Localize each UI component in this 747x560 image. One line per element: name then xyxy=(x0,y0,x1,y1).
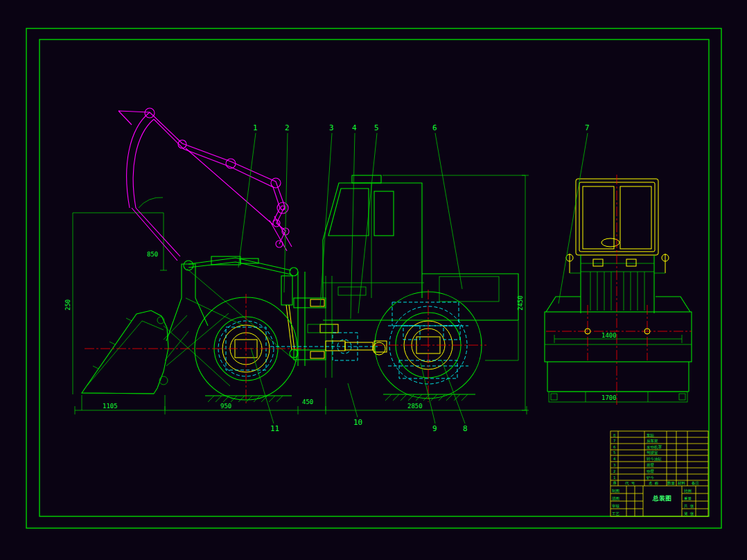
bom-name: 转斗油缸 xyxy=(647,457,662,462)
inner-border xyxy=(39,40,709,516)
bom-header-no: 序 xyxy=(613,481,617,486)
bom-name: 发动机罩 xyxy=(647,445,662,450)
bom-name: 后车架 xyxy=(647,439,658,444)
bom-name: 动臂 xyxy=(647,469,655,473)
dim-850: 850 xyxy=(147,251,158,258)
callout-9: 9 xyxy=(432,424,437,433)
bom-name: 车轮 xyxy=(647,433,655,438)
front-view: 1400 1700 xyxy=(545,175,692,405)
bom-no: 7 xyxy=(613,439,615,443)
dim-2850: 2850 xyxy=(407,403,423,410)
dim-1105: 1105 xyxy=(103,403,118,410)
cab-roof-box xyxy=(352,175,381,183)
label-scale: 比例 xyxy=(684,489,692,493)
bom-header-mat: 材料 xyxy=(677,481,686,486)
boom-linkage xyxy=(118,108,292,261)
bom-header-name: 名 称 xyxy=(649,481,659,485)
bom-rows: 8 7 6 5 4 3 2 1 车轮 后车架 发动机罩 驾驶室 转斗油缸 摇臂 … xyxy=(613,433,662,480)
title-block: 序 代 号 名 称 数量 材料 备注 8 7 6 5 4 3 2 1 车轮 后车… xyxy=(610,431,708,516)
label-check: 审核 xyxy=(612,504,620,508)
tilt-cylinder xyxy=(281,276,292,305)
callout-2: 2 xyxy=(285,123,290,132)
bom-header-qty: 数量 xyxy=(667,481,676,485)
label-trace: 描图 xyxy=(612,496,619,501)
drivetrain xyxy=(270,324,387,360)
loader-arm xyxy=(184,256,298,358)
dim-1400: 1400 xyxy=(601,332,617,339)
bom-no: 5 xyxy=(613,450,615,455)
rear-wheel xyxy=(373,290,486,402)
fv-machinery xyxy=(546,254,690,313)
bom-name: 摇臂 xyxy=(647,462,655,467)
front-chassis xyxy=(164,264,338,386)
bom-name: 驾驶室 xyxy=(647,450,658,455)
drawing-svg: 850 250 xyxy=(0,0,747,560)
windshield xyxy=(328,189,369,236)
bom-header-note: 备注 xyxy=(692,481,700,485)
callout-leaders xyxy=(238,133,588,423)
side-view: 850 250 xyxy=(64,108,529,414)
bom-no: 1 xyxy=(613,475,615,480)
front-wheel-centerlines xyxy=(85,294,308,403)
dim-950: 950 xyxy=(220,403,231,410)
callout-10: 10 xyxy=(353,418,362,427)
callout-5: 5 xyxy=(374,123,379,132)
label-sheet-no: 第 张 xyxy=(684,511,694,516)
label-weight: 重量 xyxy=(684,496,692,500)
bom-header-code: 代 号 xyxy=(624,481,635,485)
dim-250: 250 xyxy=(64,299,71,310)
callout-6: 6 xyxy=(432,123,437,132)
dimension-height: 2450 xyxy=(383,175,529,410)
cab xyxy=(323,175,424,298)
callout-4: 4 xyxy=(352,123,357,132)
bom-header: 序 代 号 名 称 数量 材料 备注 xyxy=(613,481,700,486)
bom-no: 8 xyxy=(613,433,615,437)
callout-3: 3 xyxy=(329,123,334,132)
dim-450: 450 xyxy=(302,399,313,405)
bom-no: 6 xyxy=(613,445,615,449)
dim-2450: 2450 xyxy=(517,295,524,310)
fv-cab xyxy=(576,179,658,255)
bom-no: 3 xyxy=(613,463,615,467)
front-wheel xyxy=(85,294,308,403)
drawing-frame xyxy=(26,28,721,528)
bom-no: 2 xyxy=(613,469,615,473)
label-sheet-total: 共 张 xyxy=(683,504,694,509)
callout-11: 11 xyxy=(270,424,279,433)
dimension-left: 850 250 xyxy=(64,213,167,394)
drawing-title: 总装图 xyxy=(652,495,671,502)
callout-8: 8 xyxy=(463,424,468,433)
bom-name: 铲斗 xyxy=(646,475,655,480)
callout-labels: 1 2 3 4 5 6 7 8 9 10 11 xyxy=(253,123,590,433)
cab-window xyxy=(374,191,394,236)
callout-7: 7 xyxy=(585,123,590,132)
label-craft: 工艺 xyxy=(612,511,620,516)
bom-no: 4 xyxy=(613,457,616,461)
fv-centerlines xyxy=(546,175,692,405)
dimension-bottom: 1105 950 450 2850 xyxy=(75,388,527,414)
fv-body: 1400 1700 xyxy=(545,312,692,402)
dim-1700: 1700 xyxy=(601,394,617,401)
label-draw: 制图 xyxy=(612,489,619,493)
callout-1: 1 xyxy=(253,123,258,132)
cad-canvas: 850 250 xyxy=(0,0,747,560)
outer-border xyxy=(26,28,721,528)
